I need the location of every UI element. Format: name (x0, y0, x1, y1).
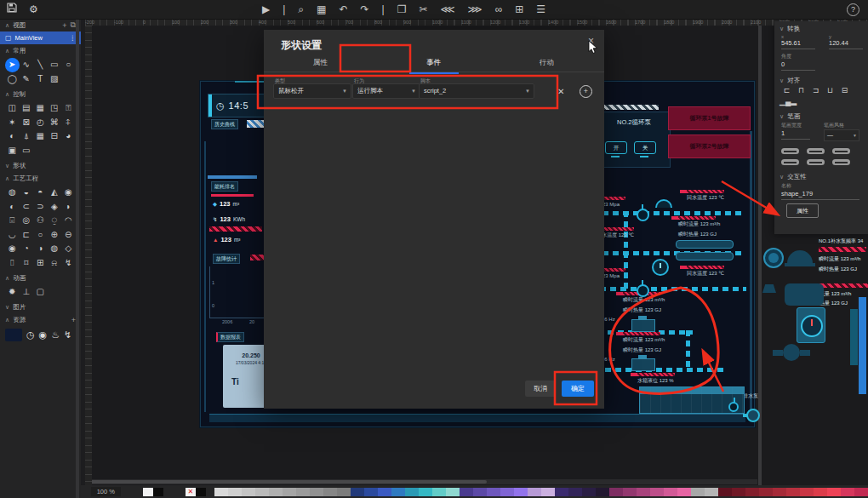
valve[interactable] (637, 284, 649, 297)
diamond-icon[interactable]: ◇ (61, 242, 76, 256)
list-icon[interactable]: ☰ (536, 0, 545, 19)
undo-icon[interactable]: ↶ (339, 0, 347, 19)
palette-swatch[interactable] (269, 488, 283, 496)
grid-icon[interactable]: ▦ (317, 0, 326, 19)
palette-swatch[interactable] (745, 488, 759, 496)
line-arrow-start-button[interactable] (807, 148, 825, 154)
resource-thumbnail[interactable] (5, 329, 22, 341)
disc-icon[interactable]: ◍ (48, 242, 62, 256)
section-process[interactable]: ∧ 工艺工程 (0, 172, 81, 185)
palette-swatch[interactable] (391, 488, 405, 496)
heat-exchanger-bar[interactable] (676, 240, 734, 249)
cross-valve-icon[interactable]: ⊕ (48, 228, 62, 243)
palette-swatch[interactable] (487, 488, 500, 496)
palette-swatch[interactable] (323, 488, 337, 496)
zoom-icon[interactable]: ⌕ (298, 0, 304, 19)
sidebar-scrollbar[interactable] (76, 19, 79, 498)
parked-bar-teal[interactable] (850, 309, 858, 365)
stand-anim-icon[interactable]: ⊥ (20, 285, 34, 300)
palette-swatch[interactable] (242, 488, 255, 496)
palette-swatch[interactable] (364, 488, 378, 496)
fault-stats-label[interactable]: 故障统计 (213, 254, 240, 264)
palette-swatch[interactable] (310, 488, 323, 496)
palette-swatch[interactable] (691, 488, 705, 496)
align-left-icon[interactable]: ⊏ (779, 86, 794, 97)
section-transform[interactable]: ∨ 转换 (774, 23, 868, 34)
chart-widget[interactable]: ⊠ (20, 116, 34, 130)
zoom-level[interactable]: 100 % (91, 487, 121, 496)
remove-event-icon[interactable]: ✕ (557, 87, 564, 96)
section-interactivity[interactable]: ∨ 交互性 (774, 171, 868, 182)
more-menu-icon[interactable]: ⋮ (70, 34, 77, 42)
palette-swatch[interactable] (460, 488, 473, 496)
switch-icon[interactable]: ◑ (33, 242, 48, 256)
bolt-icon[interactable]: ↯ (61, 256, 76, 271)
gauge-widget[interactable]: ◴ (33, 116, 48, 130)
combine-icon[interactable]: ⊞ (515, 0, 523, 19)
grid-valve-icon[interactable]: ⊞ (33, 256, 48, 271)
gate-valve-icon[interactable]: ⊖ (61, 228, 76, 243)
palette-swatch[interactable] (827, 488, 841, 496)
export-icon[interactable]: ⋙ (468, 0, 483, 19)
dish-icon[interactable]: ◡ (5, 228, 20, 243)
gauge-dial[interactable] (652, 259, 669, 276)
bell-icon[interactable]: ⍾ (48, 256, 62, 271)
history-curve-label[interactable]: 历史曲线 (211, 119, 238, 129)
ok-button[interactable]: 确定 (562, 381, 594, 397)
barchart-widget[interactable]: ⍋ (20, 129, 34, 144)
parked-funnel-shape[interactable] (762, 284, 776, 293)
inline-pump[interactable] (631, 358, 655, 371)
palette-swatch[interactable] (609, 488, 623, 496)
button-widget[interactable]: ◳ (48, 101, 62, 116)
dome-icon[interactable]: ◠ (61, 214, 76, 228)
y-input[interactable]: 120.44 (829, 39, 863, 49)
palette-swatch[interactable] (228, 488, 242, 496)
palette-swatch[interactable] (283, 488, 296, 496)
palette-swatch[interactable] (786, 488, 800, 496)
motor-icon[interactable]: ◉ (61, 186, 76, 200)
tab-properties[interactable]: 属性 (264, 58, 377, 72)
pipe-icon[interactable]: ⊃ (33, 200, 48, 215)
heat-exchanger-bar[interactable] (676, 252, 734, 260)
no-color-swatch[interactable]: ✕ (186, 488, 196, 496)
parked-gauge-device[interactable] (797, 307, 825, 343)
section-align[interactable]: ∨ 对齐 (774, 75, 868, 86)
palette-swatch[interactable] (637, 488, 650, 496)
palette-swatch[interactable] (528, 488, 541, 496)
parked-pump-shape[interactable] (763, 248, 784, 268)
palette-swatch[interactable] (623, 488, 637, 496)
line-dash3-button[interactable] (832, 159, 850, 165)
section-images[interactable]: ∨ 图片 (0, 301, 81, 314)
drop-resource-icon[interactable]: ◉ (39, 329, 48, 341)
palette-swatch[interactable] (841, 488, 854, 496)
palette-swatch[interactable] (650, 488, 664, 496)
video-widget[interactable]: ▦ (33, 101, 48, 116)
parked-dome-shape[interactable] (787, 250, 813, 263)
mixer-icon[interactable]: ◭ (48, 186, 62, 200)
circulation-pump-panel[interactable]: NO.2循环泵 开 关 (597, 112, 671, 168)
palette-swatch[interactable] (677, 488, 691, 496)
line-arrow-end-button[interactable] (832, 148, 850, 154)
angle-input[interactable]: 0 (781, 60, 815, 71)
link-icon[interactable]: ∞ (495, 0, 503, 19)
rotor-icon[interactable]: ◉ (5, 242, 20, 256)
rect-tool[interactable]: ▭ (48, 58, 62, 72)
funnel-icon[interactable]: ⊂ (20, 200, 34, 215)
cap-icon[interactable]: ⌷ (5, 256, 20, 271)
align-right-icon[interactable]: ⊐ (808, 86, 823, 97)
ellipse-tool[interactable]: ◯ (5, 72, 20, 87)
palette-swatch[interactable] (405, 488, 419, 496)
help-icon[interactable]: ? (847, 3, 859, 16)
parked-valve-assembly[interactable] (773, 344, 810, 363)
separator[interactable]: | (283, 0, 285, 19)
parked-tank-shape[interactable] (785, 283, 824, 306)
properties-button[interactable]: 属性 (786, 203, 819, 218)
burst-anim-icon[interactable]: ✹ (5, 285, 20, 300)
palette-swatch[interactable] (337, 488, 351, 496)
palette-swatch[interactable] (705, 488, 718, 496)
sensor-icon[interactable]: ⍜ (48, 214, 62, 228)
section-resources[interactable]: ∧ 资源 + (0, 314, 81, 327)
shape-name-input[interactable]: shape_179 (781, 190, 859, 200)
distribute-icon[interactable]: ▁▄▂ (779, 97, 794, 108)
palette-swatch[interactable] (759, 488, 773, 496)
